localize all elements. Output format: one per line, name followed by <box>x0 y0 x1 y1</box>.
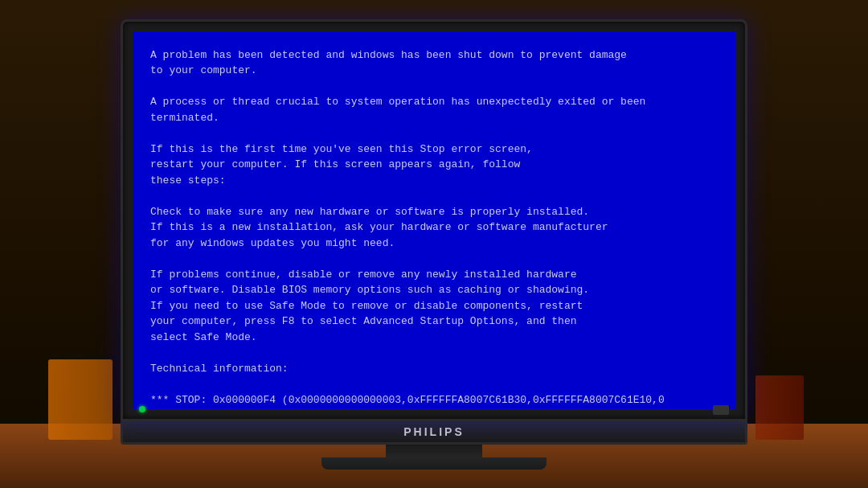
monitor-container: A problem has been detected and windows … <box>104 19 764 470</box>
corner-indicator <box>713 405 729 415</box>
power-led <box>139 406 145 412</box>
monitor-brand-label: PHILIPS <box>403 425 464 438</box>
monitor-frame: A problem has been detected and windows … <box>121 19 747 421</box>
bsod-text: A problem has been detected and windows … <box>150 47 718 409</box>
monitor-stand-neck <box>386 445 482 457</box>
monitor-bezel-bottom: PHILIPS <box>121 421 747 445</box>
left-desk-object <box>48 359 113 440</box>
monitor-stand-base <box>321 457 547 470</box>
bsod-screen: A problem has been detected and windows … <box>133 31 735 409</box>
